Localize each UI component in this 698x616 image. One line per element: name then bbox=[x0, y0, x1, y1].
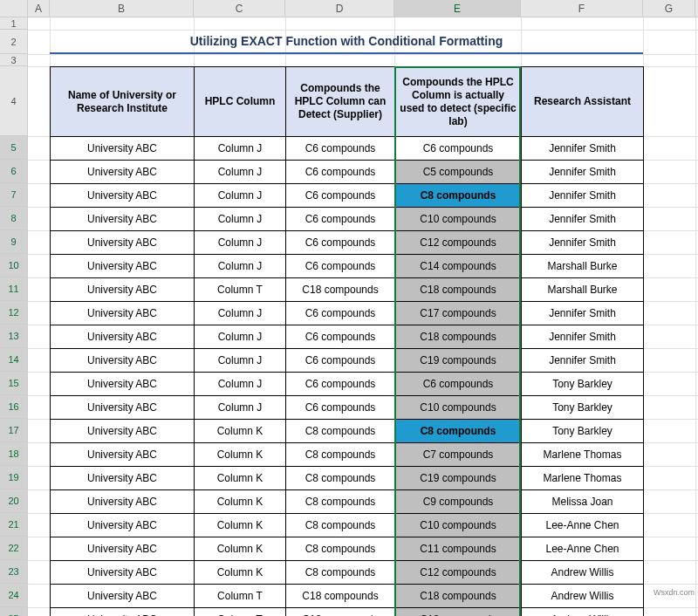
col-header-d[interactable]: D bbox=[285, 0, 394, 17]
cell[interactable]: C6 compounds bbox=[286, 231, 395, 255]
row-header-10[interactable]: 10 bbox=[0, 254, 27, 277]
cell[interactable]: C8 compounds bbox=[286, 490, 395, 514]
cell[interactable]: Jennifer Smith bbox=[522, 231, 644, 255]
table-header[interactable]: Name of University or Research Institute bbox=[51, 67, 195, 137]
table-header[interactable]: Research Assistant bbox=[522, 67, 644, 137]
col-header-a[interactable]: A bbox=[28, 0, 50, 17]
cell[interactable]: C14 compounds bbox=[395, 255, 522, 278]
row-header-22[interactable]: 22 bbox=[0, 537, 27, 560]
row-header-13[interactable]: 13 bbox=[0, 325, 27, 348]
cell[interactable]: C6 compounds bbox=[286, 325, 395, 349]
row-header-11[interactable]: 11 bbox=[0, 277, 27, 301]
col-header-f[interactable]: F bbox=[521, 0, 643, 17]
cell[interactable]: Column K bbox=[195, 443, 286, 467]
cell[interactable]: Tony Barkley bbox=[522, 396, 644, 420]
cell[interactable]: Column K bbox=[195, 561, 286, 585]
cell[interactable]: C7 compounds bbox=[395, 443, 522, 467]
cell[interactable]: C6 compounds bbox=[286, 208, 395, 231]
cell[interactable]: C6 compounds bbox=[286, 137, 395, 161]
cell[interactable]: Andrew Willis bbox=[522, 608, 644, 617]
cell[interactable]: University ABC bbox=[51, 585, 195, 608]
cell[interactable]: Column J bbox=[195, 349, 286, 373]
cell[interactable]: Jennifer Smith bbox=[522, 349, 644, 373]
cell[interactable]: Marshall Burke bbox=[522, 255, 644, 278]
row-header-4[interactable]: 4 bbox=[0, 66, 27, 136]
cell[interactable]: C10 compounds bbox=[395, 208, 522, 231]
cell[interactable]: C8 compounds bbox=[395, 184, 522, 208]
row-header-5[interactable]: 5 bbox=[0, 136, 27, 160]
cell[interactable]: Jennifer Smith bbox=[522, 137, 644, 161]
cell[interactable]: C6 compounds bbox=[286, 349, 395, 373]
cell[interactable]: C6 compounds bbox=[286, 373, 395, 396]
cell[interactable]: University ABC bbox=[51, 514, 195, 537]
col-header-b[interactable]: B bbox=[50, 0, 194, 17]
cell[interactable]: C18 compounds bbox=[395, 585, 522, 608]
row-header-23[interactable]: 23 bbox=[0, 560, 27, 584]
row-header-21[interactable]: 21 bbox=[0, 513, 27, 537]
cell[interactable]: Marlene Thomas bbox=[522, 443, 644, 467]
cell[interactable]: Column J bbox=[195, 208, 286, 231]
cell[interactable]: Lee-Anne Chen bbox=[522, 537, 644, 561]
row-header-15[interactable]: 15 bbox=[0, 372, 27, 395]
cell[interactable]: C6 compounds bbox=[286, 161, 395, 184]
cell[interactable]: University ABC bbox=[51, 137, 195, 161]
table-header[interactable]: Compounds the HPLC Column can Detect (Su… bbox=[286, 67, 395, 137]
cell[interactable]: Jennifer Smith bbox=[522, 302, 644, 325]
cell[interactable]: University ABC bbox=[51, 278, 195, 302]
cell[interactable]: University ABC bbox=[51, 467, 195, 490]
cell[interactable]: C6 compounds bbox=[395, 373, 522, 396]
cell[interactable]: C8 compounds bbox=[395, 420, 522, 443]
row-header-19[interactable]: 19 bbox=[0, 466, 27, 489]
cell[interactable]: University ABC bbox=[51, 231, 195, 255]
cell[interactable]: Column K bbox=[195, 514, 286, 537]
cell[interactable]: Jennifer Smith bbox=[522, 208, 644, 231]
row-header-18[interactable]: 18 bbox=[0, 442, 27, 466]
col-header-g[interactable]: G bbox=[643, 0, 695, 17]
cell[interactable]: Jennifer Smith bbox=[522, 184, 644, 208]
row-header-1[interactable]: 1 bbox=[0, 17, 27, 30]
cell[interactable]: C18 compounds bbox=[286, 278, 395, 302]
row-header-16[interactable]: 16 bbox=[0, 395, 27, 419]
cell[interactable]: University ABC bbox=[51, 208, 195, 231]
cell[interactable]: Jennifer Smith bbox=[522, 325, 644, 349]
table-header[interactable]: Compounds the HPLC Column is actually us… bbox=[395, 67, 522, 137]
cell[interactable]: C10 compounds bbox=[395, 396, 522, 420]
cell[interactable]: University ABC bbox=[51, 373, 195, 396]
cell[interactable]: University ABC bbox=[51, 396, 195, 420]
cell[interactable]: Column J bbox=[195, 396, 286, 420]
cell[interactable]: Andrew Willis bbox=[522, 561, 644, 585]
row-header-17[interactable]: 17 bbox=[0, 419, 27, 442]
cell[interactable]: C6 compounds bbox=[286, 396, 395, 420]
cell[interactable]: University ABC bbox=[51, 561, 195, 585]
row-header-20[interactable]: 20 bbox=[0, 489, 27, 513]
cell[interactable]: C11 compounds bbox=[395, 537, 522, 561]
cell[interactable]: C6 compounds bbox=[286, 255, 395, 278]
row-header-6[interactable]: 6 bbox=[0, 160, 27, 183]
cell[interactable]: Column J bbox=[195, 231, 286, 255]
cell[interactable]: C17 compounds bbox=[395, 302, 522, 325]
cell[interactable]: Marlene Thomas bbox=[522, 467, 644, 490]
cell[interactable]: C18 compounds bbox=[395, 325, 522, 349]
cell[interactable]: Tony Barkley bbox=[522, 420, 644, 443]
cell[interactable]: C19 compounds bbox=[395, 349, 522, 373]
cell[interactable]: Column K bbox=[195, 537, 286, 561]
cell[interactable]: University ABC bbox=[51, 420, 195, 443]
row-header-24[interactable]: 24 bbox=[0, 584, 27, 607]
cell[interactable]: Jennifer Smith bbox=[522, 161, 644, 184]
cell[interactable]: Column T bbox=[195, 585, 286, 608]
cell[interactable]: University ABC bbox=[51, 161, 195, 184]
row-header-12[interactable]: 12 bbox=[0, 301, 27, 325]
row-header-9[interactable]: 9 bbox=[0, 230, 27, 254]
col-header-c[interactable]: C bbox=[194, 0, 285, 17]
col-header-e[interactable]: E bbox=[394, 0, 521, 17]
cell[interactable]: Column J bbox=[195, 184, 286, 208]
cell[interactable]: C8 compounds bbox=[286, 537, 395, 561]
cell[interactable]: C9 compounds bbox=[395, 490, 522, 514]
cell[interactable]: C5 compounds bbox=[395, 161, 522, 184]
cell[interactable]: Column T bbox=[195, 278, 286, 302]
cell[interactable]: Column J bbox=[195, 161, 286, 184]
row-header-8[interactable]: 8 bbox=[0, 207, 27, 230]
cell[interactable]: C12 compounds bbox=[395, 231, 522, 255]
cell[interactable]: C8 compounds bbox=[286, 420, 395, 443]
row-header-7[interactable]: 7 bbox=[0, 183, 27, 207]
